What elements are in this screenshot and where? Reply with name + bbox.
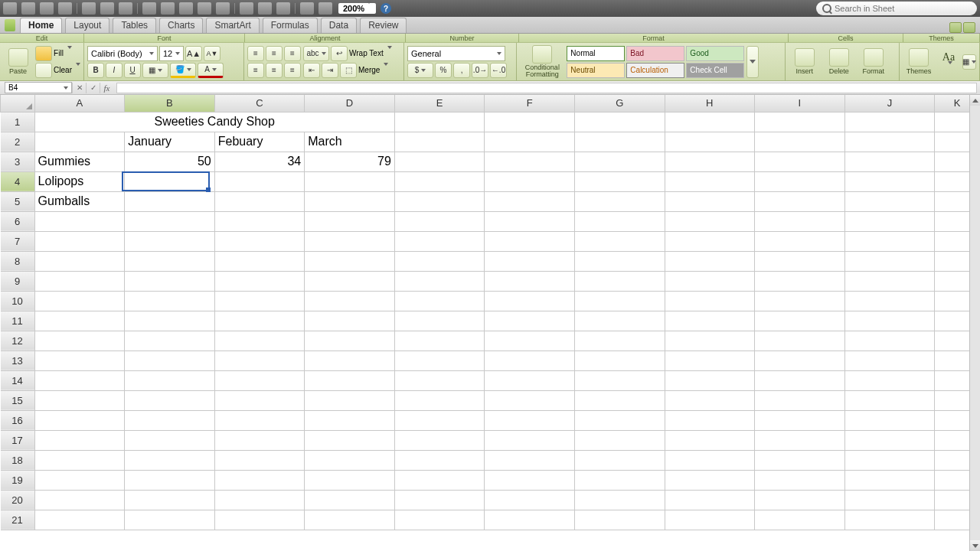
cell[interactable] bbox=[755, 311, 845, 331]
cell[interactable] bbox=[665, 311, 755, 331]
border-button[interactable]: ▦ bbox=[142, 63, 168, 78]
cell[interactable] bbox=[34, 490, 125, 510]
cell[interactable] bbox=[665, 171, 755, 191]
qat-format-painter-icon[interactable] bbox=[119, 2, 132, 15]
cell[interactable] bbox=[305, 191, 395, 211]
cell[interactable] bbox=[485, 112, 575, 132]
qat-icon[interactable] bbox=[258, 2, 272, 15]
cell[interactable] bbox=[485, 291, 575, 311]
cell[interactable] bbox=[305, 450, 395, 470]
comma-button[interactable]: , bbox=[453, 63, 470, 78]
cell[interactable] bbox=[34, 211, 125, 231]
cell[interactable] bbox=[34, 470, 125, 490]
cell[interactable] bbox=[214, 171, 305, 191]
increase-decimal-button[interactable]: .0→ bbox=[472, 63, 488, 78]
cell[interactable] bbox=[755, 231, 845, 251]
cell[interactable] bbox=[125, 450, 215, 470]
cell[interactable] bbox=[34, 311, 125, 331]
style-normal[interactable]: Normal bbox=[567, 46, 625, 61]
cell[interactable] bbox=[574, 370, 665, 390]
row-header[interactable]: 13 bbox=[1, 350, 35, 370]
cell[interactable] bbox=[305, 251, 395, 271]
cell[interactable] bbox=[485, 510, 575, 530]
qat-icon[interactable] bbox=[240, 2, 253, 15]
cell[interactable] bbox=[755, 350, 845, 370]
cell[interactable] bbox=[125, 211, 215, 231]
qat-filter-icon[interactable] bbox=[318, 2, 332, 15]
cell[interactable] bbox=[844, 311, 935, 331]
cell[interactable] bbox=[34, 271, 125, 291]
cell[interactable] bbox=[305, 271, 395, 291]
cell[interactable] bbox=[125, 390, 215, 410]
tab-tables[interactable]: Tables bbox=[113, 18, 156, 33]
cell[interactable] bbox=[485, 430, 575, 450]
cell[interactable] bbox=[844, 370, 935, 390]
cell[interactable] bbox=[125, 370, 215, 390]
cell[interactable] bbox=[665, 370, 755, 390]
cell[interactable] bbox=[755, 171, 845, 191]
column-header[interactable]: I bbox=[755, 95, 845, 112]
cell[interactable] bbox=[755, 470, 845, 490]
merge-dropdown-icon[interactable] bbox=[381, 66, 388, 75]
tab-charts[interactable]: Charts bbox=[159, 18, 203, 33]
cell[interactable] bbox=[574, 450, 665, 470]
cell[interactable] bbox=[485, 331, 575, 350]
cell[interactable] bbox=[574, 171, 665, 191]
style-bad[interactable]: Bad bbox=[626, 46, 684, 61]
qat-sort-icon[interactable] bbox=[300, 2, 314, 15]
cell[interactable] bbox=[665, 231, 755, 251]
cell[interactable] bbox=[214, 251, 305, 271]
decrease-indent-button[interactable]: ⇤ bbox=[303, 63, 320, 78]
spreadsheet-grid[interactable]: ABCDEFGHIJK 1Sweeties Candy Shop2January… bbox=[0, 95, 980, 530]
qat-icon[interactable] bbox=[142, 2, 156, 15]
insert-function-button[interactable]: fx bbox=[100, 83, 113, 93]
cell[interactable] bbox=[755, 390, 845, 410]
cell[interactable]: Sweeties Candy Shop bbox=[34, 112, 394, 132]
cell[interactable] bbox=[485, 251, 575, 271]
cell[interactable] bbox=[214, 510, 305, 530]
cell[interactable] bbox=[394, 291, 485, 311]
ribbon-opts-icon[interactable] bbox=[963, 22, 975, 33]
cell[interactable] bbox=[485, 152, 575, 171]
cell[interactable] bbox=[305, 430, 395, 450]
cell[interactable] bbox=[214, 450, 305, 470]
style-check-cell[interactable]: Check Cell bbox=[686, 63, 744, 78]
cell[interactable] bbox=[34, 251, 125, 271]
cell[interactable] bbox=[214, 311, 305, 331]
bold-button[interactable]: B bbox=[87, 63, 104, 78]
increase-indent-button[interactable]: ⇥ bbox=[322, 63, 338, 78]
tab-smartart[interactable]: SmartArt bbox=[206, 18, 259, 33]
cell[interactable] bbox=[305, 291, 395, 311]
tab-review[interactable]: Review bbox=[360, 18, 407, 33]
cell[interactable] bbox=[214, 271, 305, 291]
cell[interactable] bbox=[394, 311, 485, 331]
font-size-select[interactable]: 12 bbox=[159, 46, 184, 61]
clear-dropdown-icon[interactable] bbox=[74, 66, 80, 75]
cell[interactable] bbox=[485, 271, 575, 291]
tab-layout[interactable]: Layout bbox=[65, 18, 109, 33]
cell[interactable] bbox=[574, 291, 665, 311]
cell[interactable] bbox=[844, 430, 935, 450]
help-icon[interactable]: ? bbox=[381, 3, 391, 14]
cell[interactable] bbox=[665, 510, 755, 530]
fill-color-button[interactable]: 🪣 bbox=[170, 63, 196, 78]
column-header[interactable]: F bbox=[485, 95, 575, 112]
cell[interactable] bbox=[844, 331, 935, 350]
qat-sum-icon[interactable] bbox=[276, 2, 290, 15]
cell[interactable] bbox=[394, 211, 485, 231]
cell[interactable] bbox=[844, 271, 935, 291]
styles-more-button[interactable] bbox=[746, 46, 759, 78]
cell[interactable] bbox=[485, 390, 575, 410]
cell[interactable] bbox=[755, 112, 845, 132]
cell[interactable] bbox=[755, 430, 845, 450]
cell[interactable] bbox=[755, 410, 845, 430]
format-button[interactable]: Format bbox=[858, 48, 890, 75]
cell[interactable] bbox=[214, 291, 305, 311]
cell[interactable] bbox=[485, 410, 575, 430]
tab-formulas[interactable]: Formulas bbox=[263, 18, 318, 33]
row-header[interactable]: 5 bbox=[1, 191, 35, 211]
cell[interactable] bbox=[574, 251, 665, 271]
number-format-select[interactable]: General bbox=[407, 46, 505, 61]
cell[interactable] bbox=[125, 331, 215, 350]
currency-button[interactable]: $ bbox=[407, 63, 433, 78]
